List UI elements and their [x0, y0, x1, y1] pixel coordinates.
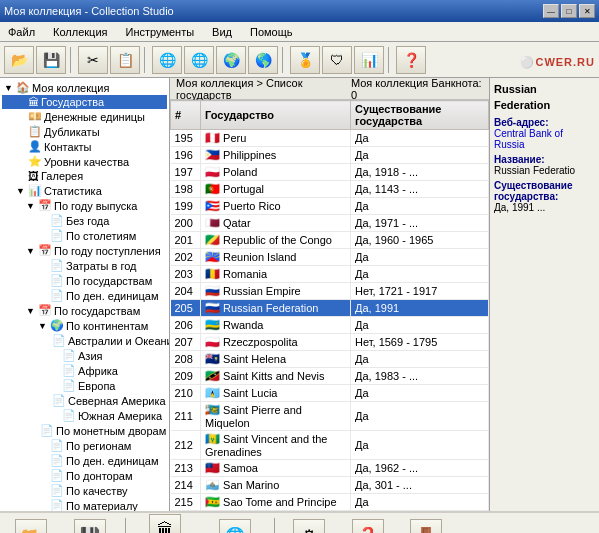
toolbar-medal[interactable]: 🏅	[290, 46, 320, 74]
col-header-state[interactable]: Государство	[201, 101, 351, 130]
tree-icon-bycont: 🌍	[50, 319, 64, 332]
tree-item-quality[interactable]: ⭐ Уровни качества	[2, 154, 167, 169]
tree-item-northam[interactable]: 📄 Северная Америка	[2, 393, 167, 408]
table-row[interactable]: 201🇨🇬 Republic of the CongoДа, 1960 - 19…	[171, 232, 489, 249]
maximize-button[interactable]: □	[561, 4, 577, 18]
menu-view[interactable]: Вид	[208, 25, 236, 39]
table-row[interactable]: 211🇵🇲 Saint Pierre and MiquelonДа	[171, 402, 489, 431]
toolbar-globe4[interactable]: 🌎	[248, 46, 278, 74]
tree-item-southam[interactable]: 📄 Южная Америка	[2, 408, 167, 423]
tree-panel: ▼ 🏠 Моя коллекция 🏛 Государства 💴 Денежн…	[0, 78, 170, 511]
menu-tools[interactable]: Инструменты	[122, 25, 199, 39]
table-row[interactable]: 215🇸🇹 Sao Tome and PrincipeДа	[171, 494, 489, 511]
toolbar-cut[interactable]: ✂	[78, 46, 108, 74]
table-row[interactable]: 209🇰🇳 Saint Kitts and NevisДа, 1983 - ..…	[171, 368, 489, 385]
cell-num: 197	[171, 164, 201, 181]
tree-item-stats[interactable]: ▼ 📊 Статистика	[2, 183, 167, 198]
close-button[interactable]: ✕	[579, 4, 595, 18]
table-row[interactable]: 207🇵🇱 RzeczpospolitaНет, 1569 - 1795	[171, 334, 489, 351]
tree-item-currency[interactable]: 💴 Денежные единицы	[2, 109, 167, 124]
table-row[interactable]: 214🇸🇲 San MarinoДа, 301 - ...	[171, 477, 489, 494]
table-row[interactable]: 197🇵🇱 PolandДа, 1918 - ...	[171, 164, 489, 181]
menu-help[interactable]: Помощь	[246, 25, 297, 39]
tree-item-bystates2[interactable]: ▼ 📅 По государствам	[2, 303, 167, 318]
table-row[interactable]: 213🇼🇸 SamoaДа, 1962 - ...	[171, 460, 489, 477]
tree-label-northam: Северная Америка	[68, 395, 166, 407]
tree-item-costyear[interactable]: 📄 Затраты в год	[2, 258, 167, 273]
table-row[interactable]: 200🇶🇦 QatarДа, 1971 - ...	[171, 215, 489, 232]
table-row[interactable]: 196🇵🇭 PhilippinesДа	[171, 147, 489, 164]
tree-item-bydonor[interactable]: 📄 По донторам	[2, 468, 167, 483]
tree-label-stats: Статистика	[44, 185, 102, 197]
table-row[interactable]: 210🇱🇨 Saint LuciaДа	[171, 385, 489, 402]
tree-item-africa[interactable]: 📄 Африка	[2, 363, 167, 378]
tree-item-asia[interactable]: 📄 Азия	[2, 348, 167, 363]
cell-existence: Да	[351, 494, 489, 511]
bottom-btn-states[interactable]: 🏛 Государств...Существов...	[132, 512, 198, 533]
toolbar-help[interactable]: ❓	[396, 46, 426, 74]
toolbar-stats[interactable]: 📊	[354, 46, 384, 74]
table-row[interactable]: 206🇷🇼 RwandaДа	[171, 317, 489, 334]
tree-item-europe[interactable]: 📄 Европа	[2, 378, 167, 393]
toolbar-globe1[interactable]: 🌐	[152, 46, 182, 74]
tree-icon-europe: 📄	[62, 379, 76, 392]
bottom-btn-help[interactable]: ❓ Помощь	[341, 517, 395, 533]
cell-num: 211	[171, 402, 201, 431]
table-row[interactable]: 199🇵🇷 Puerto RicoДа	[171, 198, 489, 215]
toolbar-open[interactable]: 📂	[4, 46, 34, 74]
col-header-num[interactable]: #	[171, 101, 201, 130]
table-row[interactable]: 204🇷🇺 Russian EmpireНет, 1721 - 1917	[171, 283, 489, 300]
tree-item-bystate[interactable]: 📄 По государствам	[2, 273, 167, 288]
toolbar-shield[interactable]: 🛡	[322, 46, 352, 74]
web-value[interactable]: Central Bank of Russia	[494, 128, 595, 150]
tree-item-root[interactable]: ▼ 🏠 Моя коллекция	[2, 80, 167, 95]
tree-item-byden[interactable]: 📄 По ден. единицам	[2, 453, 167, 468]
tree-label-byadmit: По году поступления	[54, 245, 161, 257]
table-row[interactable]: 203🇷🇴 RomaniaДа	[171, 266, 489, 283]
table-row[interactable]: 195🇵🇪 PeruДа	[171, 130, 489, 147]
cell-existence: Да, 1991	[351, 300, 489, 317]
tree-item-dupes[interactable]: 📋 Дубликаты	[2, 124, 167, 139]
data-table[interactable]: # Государство Существование государства …	[170, 100, 489, 511]
menu-file[interactable]: Файл	[4, 25, 39, 39]
cell-existence: Да	[351, 249, 489, 266]
tree-label-asia: Азия	[78, 350, 102, 362]
bottom-btn-web[interactable]: 🌐 Веб-адрес:...	[202, 517, 268, 533]
cell-num: 214	[171, 477, 201, 494]
tree-item-gallery[interactable]: 🖼 Галерея	[2, 169, 167, 183]
tree-item-byregion[interactable]: 📄 По регионам	[2, 438, 167, 453]
minimize-button[interactable]: —	[543, 4, 559, 18]
bottom-btn-open[interactable]: 📂 Открыть	[4, 517, 58, 533]
bottom-btn-save[interactable]: 💾 Сохранить	[62, 517, 119, 533]
tree-item-bycont[interactable]: ▼ 🌍 По континентам	[2, 318, 167, 333]
toolbar-globe3[interactable]: 🌍	[216, 46, 246, 74]
bottom-btn-exit[interactable]: 🚪 Выход	[399, 517, 453, 533]
center-panel: Моя коллекция > Список государств Моя ко…	[170, 78, 489, 511]
tree-icon-byregion: 📄	[50, 439, 64, 452]
tree-item-states[interactable]: 🏛 Государства	[2, 95, 167, 109]
tree-item-byadmit[interactable]: ▼ 📅 По году поступления	[2, 243, 167, 258]
tree-item-bymint[interactable]: 📄 По монетным дворам	[2, 423, 167, 438]
table-row[interactable]: 202🇷🇪 Reunion IslandДа	[171, 249, 489, 266]
toolbar-copy[interactable]: 📋	[110, 46, 140, 74]
tree-item-bymoney[interactable]: 📄 По ден. единицам	[2, 288, 167, 303]
cell-num: 195	[171, 130, 201, 147]
tree-item-bymaterial[interactable]: 📄 По материалу	[2, 498, 167, 511]
table-row[interactable]: 208🇸🇭 Saint HelenaДа	[171, 351, 489, 368]
table-row[interactable]: 212🇻🇨 Saint Vincent and the GrenadinesДа	[171, 431, 489, 460]
tree-item-byquality[interactable]: 📄 По качеству	[2, 483, 167, 498]
tree-item-centuries[interactable]: 📄 По столетиям	[2, 228, 167, 243]
toolbar-save[interactable]: 💾	[36, 46, 66, 74]
menu-collection[interactable]: Коллекция	[49, 25, 111, 39]
tree-item-contacts[interactable]: 👤 Контакты	[2, 139, 167, 154]
tree-item-byyear[interactable]: ▼ 📅 По году выпуска	[2, 198, 167, 213]
toolbar-globe2[interactable]: 🌐	[184, 46, 214, 74]
table-row[interactable]: 198🇵🇹 PortugalДа, 1143 - ...	[171, 181, 489, 198]
table-row[interactable]: 216🇸🇦 Saudi ArabiaДа, 1932 - ...	[171, 511, 489, 512]
table-row[interactable]: 205🇷🇺 Russian FederationДа, 1991	[171, 300, 489, 317]
bottom-btn-settings[interactable]: ⚙ Настройки	[281, 517, 337, 533]
tree-item-ausoce[interactable]: 📄 Австралии и Океании	[2, 333, 167, 348]
col-header-existence[interactable]: Существование государства	[351, 101, 489, 130]
tree-item-noyear[interactable]: 📄 Без года	[2, 213, 167, 228]
expand-root[interactable]: ▼	[4, 83, 14, 93]
